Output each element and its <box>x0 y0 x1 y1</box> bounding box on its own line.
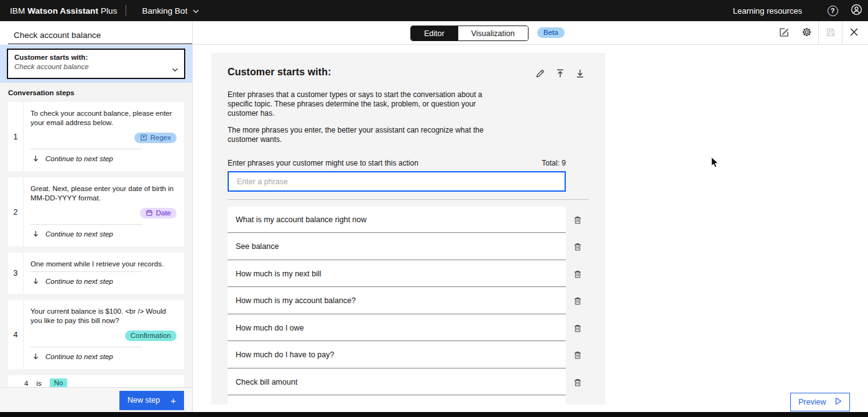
delete-phrase-button[interactable] <box>566 288 589 314</box>
step-continue: Continue to next step <box>30 149 177 167</box>
header-icons <box>535 68 585 80</box>
profile-button[interactable] <box>844 0 868 21</box>
delete-phrase-button[interactable] <box>566 342 589 368</box>
delete-phrase-button[interactable] <box>566 396 589 405</box>
delete-phrase-button[interactable] <box>566 234 589 260</box>
brand-prefix: IBM <box>10 6 25 16</box>
phrase-row: What is my account balance right now <box>228 207 589 233</box>
delete-phrase-button[interactable] <box>566 315 589 341</box>
phrase-text-field[interactable]: How much is my next bill <box>228 261 566 287</box>
phrase-text-field[interactable]: What is my account balance right now <box>228 207 566 233</box>
step-continue: Continue to next step <box>30 225 177 243</box>
delete-phrase-button[interactable] <box>566 207 589 233</box>
phrase-text-field[interactable]: Check balance <box>228 396 566 405</box>
download-icon <box>575 68 585 80</box>
new-step-button[interactable]: New step + <box>119 391 184 410</box>
editor-visualization-tabs: Editor Visualization <box>410 26 529 41</box>
app-brand: IBM Watson Assistant Plus <box>10 6 118 16</box>
trash-icon <box>573 242 582 251</box>
play-icon <box>834 397 842 407</box>
save-icon <box>826 27 836 39</box>
tab-visualization[interactable]: Visualization <box>458 26 528 40</box>
step-badge-row: Confirmation <box>30 330 177 341</box>
step-body: Your current balance is $100. <br /> Wou… <box>24 300 184 369</box>
chevron-down-icon <box>172 63 178 75</box>
page-title: Customer starts with: <box>228 67 331 78</box>
annotate-button[interactable] <box>535 68 545 80</box>
phrase-input[interactable] <box>228 171 566 192</box>
brand-name: Watson Assistant <box>27 6 98 16</box>
phrase-list: What is my account balance right nowSee … <box>228 207 589 405</box>
user-avatar-icon <box>851 4 862 18</box>
trash-icon <box>573 378 582 387</box>
step-number: 3 <box>8 253 24 294</box>
conversation-step[interactable]: 2Great. Next, please enter your date of … <box>8 177 184 246</box>
topbar-divider <box>126 5 126 16</box>
upload-phrases-button[interactable] <box>555 68 565 80</box>
phrase-text-field[interactable]: Check bill amount <box>228 369 566 395</box>
save-button[interactable] <box>819 21 842 45</box>
step-badge-row: Regex <box>30 133 177 143</box>
continue-label: Continue to next step <box>45 155 113 162</box>
pen-icon <box>535 68 545 80</box>
workspace-switcher[interactable]: Banking Bot <box>142 6 200 16</box>
delete-phrase-button[interactable] <box>566 261 589 287</box>
customer-starts-with-card[interactable]: Customer starts with: Check account bala… <box>7 49 185 79</box>
conversation-steps-header: Conversation steps <box>8 83 184 102</box>
close-button[interactable] <box>843 21 866 45</box>
step-message: One moment while I retrieve your records… <box>30 260 177 269</box>
phrase-row: How much do I owe <box>228 315 589 341</box>
phrases-label: Enter phrases your customer might use to… <box>228 159 418 167</box>
download-phrases-button[interactable] <box>575 68 585 80</box>
trash-icon <box>573 215 582 225</box>
edit-action-button[interactable] <box>772 21 795 45</box>
new-step-label: New step <box>127 396 160 405</box>
phrase-text-field[interactable]: How much is my account balance? <box>228 288 566 314</box>
starts-with-selected: Customer starts with: Check account bala… <box>0 45 192 83</box>
phrase-row: Check balance <box>228 396 589 405</box>
starts-with-label: Customer starts with: <box>14 54 178 61</box>
action-title-input[interactable]: Check account balance <box>8 27 192 44</box>
phrase-text-field[interactable]: How much do I have to pay? <box>228 342 566 368</box>
help-button[interactable]: ? <box>821 0 844 21</box>
list-divider <box>228 199 589 200</box>
topbar-right: Learning resources ? <box>733 0 868 21</box>
phrase-row: See balance <box>228 234 589 260</box>
top-bar: IBM Watson Assistant Plus Banking Bot Le… <box>0 0 868 21</box>
card-header: Customer starts with: <box>228 67 589 80</box>
settings-button[interactable] <box>795 21 818 45</box>
conversation-step[interactable]: 1To check your account balance, please e… <box>8 102 184 171</box>
badge-label: Date <box>156 209 171 217</box>
starts-with-value: Check account balance <box>14 63 178 70</box>
phrase-text-field[interactable]: How much do I owe <box>228 315 566 341</box>
step-continue: Continue to next step <box>30 347 177 365</box>
gear-icon <box>801 27 812 39</box>
regex-icon <box>140 134 147 141</box>
steps-list: 1To check your account balance, please e… <box>8 102 184 369</box>
preview-button[interactable]: Preview <box>790 393 850 411</box>
conversation-step[interactable]: 3One moment while I retrieve your record… <box>8 253 184 294</box>
tab-editor[interactable]: Editor <box>411 26 458 40</box>
step-body: Great. Next, please enter your date of b… <box>24 177 184 246</box>
delete-phrase-button[interactable] <box>566 369 589 395</box>
watson-assistant-app: IBM Watson Assistant Plus Banking Bot Le… <box>0 0 868 417</box>
learning-resources-link[interactable]: Learning resources <box>733 6 802 16</box>
phrase-row: How much do I have to pay? <box>228 342 589 368</box>
step-number: 1 <box>8 102 24 171</box>
preview-label: Preview <box>798 398 826 406</box>
arrow-down-icon <box>32 154 40 163</box>
sidebar-footer: New step + <box>0 387 192 412</box>
condition-operator: is <box>36 380 41 387</box>
phrase-text-field[interactable]: See balance <box>228 234 566 260</box>
trash-icon <box>573 269 582 279</box>
chevron-down-icon <box>193 6 199 16</box>
step-message: To check your account balance, please en… <box>30 109 177 128</box>
toolbar-actions <box>772 21 866 45</box>
phrase-row: Check bill amount <box>228 369 589 395</box>
calendar-icon <box>145 209 153 217</box>
conversation-step[interactable]: 4Your current balance is $100. <br /> Wo… <box>8 300 184 369</box>
arrow-down-icon <box>32 277 40 286</box>
phrase-row: How much is my account balance? <box>228 288 589 314</box>
step-type-badge: Date <box>140 208 177 218</box>
step-type-badge: Regex <box>134 133 177 143</box>
